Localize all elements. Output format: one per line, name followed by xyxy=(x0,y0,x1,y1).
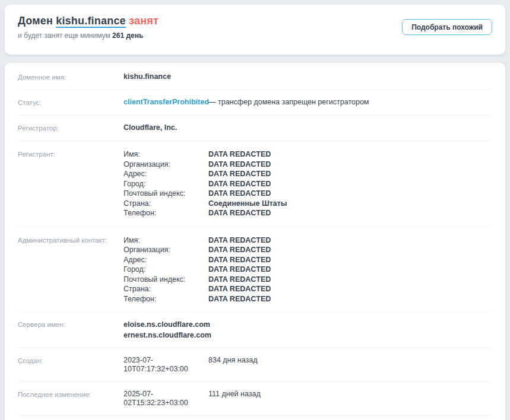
contact-field-value: DATA REDACTED xyxy=(208,284,492,294)
subtitle-text: и будет занят еще минимум xyxy=(18,31,110,40)
contact-field-value: DATA REDACTED xyxy=(208,149,492,160)
contact-field-name: Телефон: xyxy=(123,294,208,304)
contact-field-value: DATA REDACTED xyxy=(208,208,492,218)
created-date: 2023-07-10T07:17:32+03:00 xyxy=(123,356,208,374)
row-label: Регистрант: xyxy=(18,149,123,159)
contact-field-name: Почтовый индекс: xyxy=(123,275,208,285)
admin-field-values: DATA REDACTED DATA REDACTED DATA REDACTE… xyxy=(208,236,492,304)
suggest-similar-button[interactable]: Подобрать похожий xyxy=(402,19,492,35)
row-label: Административный контакт: xyxy=(18,236,123,245)
header-text-block: Домен kishu.finance занят и будет занят … xyxy=(18,15,159,40)
row-registrar: Регистратор: Cloudflare, Inc. xyxy=(18,115,492,141)
created-relative: 834 дня назад xyxy=(208,356,492,365)
domain-link[interactable]: kishu.finance xyxy=(56,15,126,27)
contact-field-value: DATA REDACTED xyxy=(208,169,492,179)
contact-field-name: Город: xyxy=(123,179,208,189)
row-label: Доменное имя: xyxy=(18,72,123,82)
domain-taken-word: занят xyxy=(129,15,159,27)
modified-date: 2025-07-02T15:32:23+03:00 xyxy=(123,390,208,408)
row-registrant: Регистрант: Имя: Организация: Адрес: Гор… xyxy=(18,141,492,227)
registrant-field-values: DATA REDACTED DATA REDACTED DATA REDACTE… xyxy=(208,149,492,218)
contact-field-name: Адрес: xyxy=(123,169,208,179)
contact-field-name: Организация: xyxy=(123,245,208,255)
contact-field-value: DATA REDACTED xyxy=(208,275,492,285)
contact-field-value: DATA REDACTED xyxy=(208,160,492,170)
contact-field-name: Почтовый индекс: xyxy=(123,189,208,199)
status-description: — трансфер домена запрещен регистратором xyxy=(208,98,492,107)
header-subtitle: и будет занят еще минимум 261 день xyxy=(18,31,159,40)
name-server: eloise.ns.cloudflare.com xyxy=(123,320,492,330)
name-server: ernest.ns.cloudflare.com xyxy=(123,330,492,341)
contact-field-name: Город: xyxy=(123,265,208,275)
contact-field-name: Телефон: xyxy=(123,208,208,218)
admin-field-names: Имя: Организация: Адрес: Город: Почтовый… xyxy=(123,236,208,304)
row-label: Статус: xyxy=(18,98,123,107)
contact-field-value: DATA REDACTED xyxy=(208,189,492,199)
whois-details-card: Доменное имя: kishu.finance Статус: clie… xyxy=(5,63,505,420)
contact-field-name: Организация: xyxy=(123,160,208,170)
contact-field-value: DATA REDACTED xyxy=(208,236,492,246)
title-prefix: Домен xyxy=(18,15,53,27)
name-server-list: eloise.ns.cloudflare.com ernest.ns.cloud… xyxy=(123,320,492,341)
whois-page: { "colors": { "page_background": "#e7ebf… xyxy=(0,0,510,420)
contact-field-name: Имя: xyxy=(123,149,208,160)
row-admin-contact: Административный контакт: Имя: Организац… xyxy=(18,227,492,313)
header-card: Домен kishu.finance занят и будет занят … xyxy=(5,5,505,55)
row-last-modified: Последнее изменение: 2025-07-02T15:32:23… xyxy=(18,381,492,415)
contact-field-name: Страна: xyxy=(123,199,208,209)
status-code-link[interactable]: clientTransferProhibited xyxy=(123,98,209,106)
page-title: Домен kishu.finance занят xyxy=(18,15,159,27)
domain-name-value: kishu.finance xyxy=(123,72,208,81)
row-label: Сервера имен: xyxy=(18,320,123,329)
registrar-value: Cloudflare, Inc. xyxy=(123,123,208,132)
contact-field-name: Страна: xyxy=(123,284,208,294)
row-label: Создан: xyxy=(18,356,123,365)
contact-field-value: DATA REDACTED xyxy=(208,294,492,304)
row-label: Регистратор: xyxy=(18,123,123,133)
row-domain-name: Доменное имя: kishu.finance xyxy=(18,65,492,90)
contact-field-value: Соединенные Штаты xyxy=(208,199,492,209)
contact-field-value: DATA REDACTED xyxy=(208,245,492,255)
contact-field-name: Имя: xyxy=(123,236,208,246)
row-name-servers: Сервера имен: eloise.ns.cloudflare.com e… xyxy=(18,312,492,348)
registrant-field-names: Имя: Организация: Адрес: Город: Почтовый… xyxy=(123,149,208,218)
page-container: Домен kishu.finance занят и будет занят … xyxy=(0,0,510,420)
contact-field-value: DATA REDACTED xyxy=(208,255,492,265)
contact-field-value: DATA REDACTED xyxy=(208,265,492,275)
contact-field-value: DATA REDACTED xyxy=(208,179,492,189)
contact-field-name: Адрес: xyxy=(123,255,208,265)
modified-relative: 111 дней назад xyxy=(208,390,492,399)
row-label: Последнее изменение: xyxy=(18,390,123,399)
row-expiration: Дата окончания: 2026-07-10T07:17:32+03:0… xyxy=(18,415,492,420)
subtitle-days: 261 день xyxy=(112,31,143,40)
row-status: Статус: clientTransferProhibited — транс… xyxy=(18,90,492,115)
row-created: Создан: 2023-07-10T07:17:32+03:00 834 дн… xyxy=(18,348,492,381)
